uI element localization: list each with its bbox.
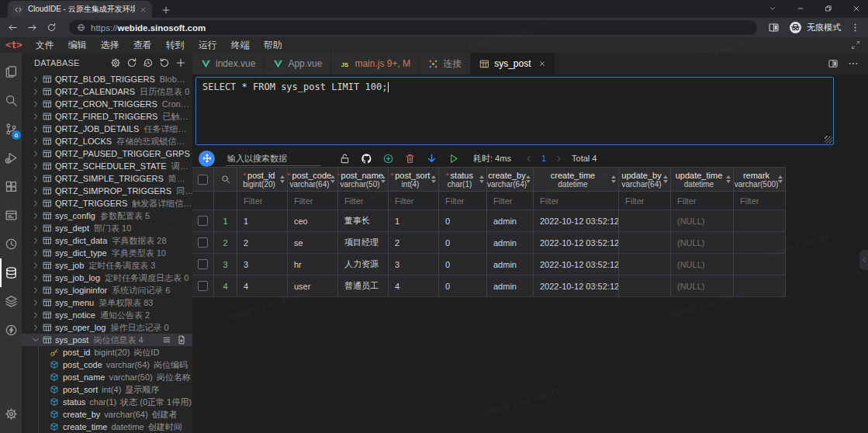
column-header-remark[interactable]: remarkvarchar(500) [734,168,786,191]
row-checkbox[interactable] [198,216,208,226]
activity-bar-item-explorer[interactable] [0,57,22,86]
browser-menu-icon[interactable] [850,23,860,33]
sql-editor[interactable]: SELECT * FROM sys_post LIMIT 100; [195,77,834,145]
cell-post_sort[interactable]: 1 [389,210,439,231]
cell-post_code[interactable]: se [288,232,338,253]
filter-input-post_name[interactable]: Filter [338,192,389,210]
tab-连接[interactable]: 连接 [420,53,471,74]
next-page-icon[interactable] [555,155,562,162]
activity-bar-item-layers[interactable] [0,287,22,316]
sort-icon[interactable] [611,175,616,183]
address-bar[interactable]: https://webide.sinosoft.com [69,20,757,35]
cell-update_by[interactable] [619,210,671,231]
filter-input-status[interactable]: Filter [439,192,487,210]
tab-index.vue[interactable]: index.vue [192,53,265,74]
menu-item-3[interactable]: 查看 [126,39,159,52]
cell-update_time[interactable]: (NULL) [671,254,734,275]
filter-input-update_time[interactable]: Filter [671,192,734,210]
cell-create_by[interactable]: admin [487,254,534,275]
activity-bar-item-lightning[interactable] [0,316,22,345]
menu-item-0[interactable]: 文件 [29,39,61,52]
cell-update_time[interactable]: (NULL) [671,232,734,253]
new-file-icon[interactable] [177,335,186,345]
tab-close-icon[interactable] [538,60,546,68]
cell-post_name[interactable]: 项目经理 [338,232,389,253]
cell-remark[interactable] [734,210,786,231]
cell-update_by[interactable] [619,254,671,275]
db-add-connection-icon[interactable] [175,57,186,68]
cell-create_time[interactable]: 2022-10-12 03:52:12 [534,210,619,231]
table-item-sys_config[interactable]: sys_config参数配置表 5 [22,210,192,222]
cell-remark[interactable] [734,232,786,253]
prev-page-icon[interactable] [525,155,532,162]
cell-update_by[interactable] [619,275,671,296]
table-item-sys_logininfor[interactable]: sys_logininfor系统访问记录 6 [22,284,192,296]
cell-status[interactable]: 0 [439,275,487,296]
menu-item-7[interactable]: 帮助 [257,39,289,52]
table-item-sys_dept[interactable]: sys_dept部门表 10 [22,222,192,234]
sort-icon[interactable] [726,175,731,183]
filter-input-post_sort[interactable]: Filter [389,192,439,210]
split-screen-icon[interactable] [768,22,780,33]
cell-create_by[interactable]: admin [487,210,534,231]
split-editor-icon[interactable] [828,58,839,69]
table-item-QRTZ_SIMPROP_TRIGGERS[interactable]: QRTZ_SIMPROP_TRIGGERS同步机... [22,185,192,197]
table-item-QRTZ_BLOB_TRIGGERS[interactable]: QRTZ_BLOB_TRIGGERSBlob类型的... [22,73,192,85]
cell-post_id[interactable]: 3 [237,254,288,275]
cell-post_id[interactable]: 2 [237,232,288,253]
readonly-toggle-icon[interactable] [339,153,351,165]
cell-status[interactable]: 0 [439,210,487,231]
table-item-sys_oper_log[interactable]: sys_oper_log操作日志记录 0 [22,321,192,334]
column-header-create_time[interactable]: create_timedatetime [534,168,619,191]
activity-bar-item-app-window[interactable] [0,201,22,230]
resize-handle[interactable] [825,136,832,144]
column-item-post_code[interactable]: post_codevarchar(64)岗位编码 [22,359,192,371]
activity-bar-item-source-control[interactable]: 6 [0,115,22,144]
site-info-icon[interactable] [77,23,85,32]
activity-bar-item-settings[interactable] [0,400,22,428]
window-minimize-icon[interactable] [797,5,804,12]
forward-icon[interactable] [27,23,37,33]
cell-update_time[interactable]: (NULL) [671,275,734,296]
activity-bar-item-extensions[interactable] [0,172,22,201]
column-header-post_code[interactable]: *post_codevarchar(64) [288,168,338,191]
activity-bar-item-run-debug[interactable] [0,144,22,172]
insert-row-icon[interactable] [382,153,394,165]
column-item-post_id[interactable]: post_idbigint(20)岗位ID [22,346,192,359]
activity-bar-item-search[interactable] [0,86,22,115]
table-item-QRTZ_CALENDARS[interactable]: QRTZ_CALENDARS日历信息表 0 [22,85,192,98]
browser-tab[interactable]: CloudIDE - 云原生集成开发环境 [8,1,152,18]
search-input[interactable] [226,151,320,166]
filter-input-post_code[interactable]: Filter [288,192,338,210]
panel-collapse-handle[interactable] [859,250,868,270]
cell-update_by[interactable] [619,232,671,253]
column-header-post_id[interactable]: *post_idbigint(20) [237,168,288,191]
filter-input-update_by[interactable]: Filter [619,192,671,210]
menu-item-6[interactable]: 终端 [224,39,257,52]
table-item-sys_post[interactable]: sys_post岗位信息表 4 [22,334,192,346]
filter-input-remark[interactable]: Filter [734,192,786,210]
db-sync-icon[interactable] [126,57,137,68]
row-checkbox[interactable] [198,281,208,291]
filter-input-post_id[interactable]: Filter [237,192,288,210]
table-item-sys_dict_data[interactable]: sys_dict_data字典数据表 28 [22,234,192,247]
sort-icon[interactable] [330,175,335,183]
more-actions-icon[interactable] [848,58,859,69]
sort-icon[interactable] [526,175,531,183]
column-item-create_by[interactable]: create_byvarchar(64)创建者 [22,408,192,421]
github-icon[interactable] [361,153,372,165]
select-all-checkbox[interactable] [198,175,208,185]
cell-status[interactable]: 0 [439,254,487,275]
reload-icon[interactable] [47,23,57,33]
cell-post_sort[interactable]: 2 [389,232,439,253]
sort-icon[interactable] [663,175,668,183]
cell-post_code[interactable]: ceo [288,210,338,231]
cell-create_time[interactable]: 2022-10-12 03:52:12 [534,275,619,296]
db-history-icon[interactable] [143,57,154,68]
column-item-post_name[interactable]: post_namevarchar(50)岗位名称 [22,371,192,383]
cell-post_code[interactable]: hr [288,254,338,275]
sort-icon[interactable] [431,175,436,183]
filter-input-create_time[interactable]: Filter [534,192,619,210]
cell-remark[interactable] [734,275,786,296]
sort-icon[interactable] [479,175,484,183]
